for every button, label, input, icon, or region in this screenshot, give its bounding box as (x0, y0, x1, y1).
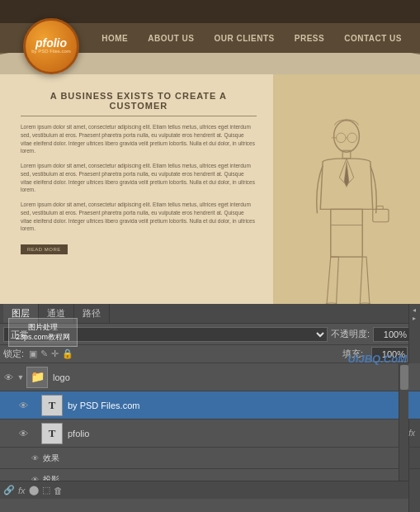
nav-press[interactable]: PRESS (285, 34, 334, 43)
content-left: A BUSINESS EXISTS TO CREATE A CUSTOMER L… (0, 74, 273, 306)
layer-name-pfolio: pfolio (68, 429, 408, 439)
scroll-thumb (400, 365, 408, 390)
lock-paint-icon[interactable]: ✎ (40, 348, 48, 359)
expand-icon[interactable]: ▼ (15, 372, 26, 383)
fx-icon: fx (408, 429, 415, 438)
ribbon-top (0, 0, 420, 23)
person-illustration (273, 66, 420, 306)
lock-label: 锁定: (3, 348, 24, 360)
nav-about[interactable]: ABOUT US (138, 34, 204, 43)
layer-by-psd[interactable]: 👁 T by PSD Files.com (0, 391, 420, 420)
read-more-button[interactable]: READ MORE (21, 244, 68, 254)
layer-name-by-psd: by PSD Files.com (68, 401, 418, 410)
logo-main-text: pfolio (35, 37, 67, 49)
watermark-line1: 图片处理 (16, 322, 70, 333)
person-svg (301, 114, 392, 306)
fx-bottom-icon[interactable]: fx (18, 486, 26, 495)
eye-icon[interactable]: 👁 (2, 371, 15, 384)
layers-scrollbar[interactable] (399, 363, 408, 481)
lock-all-icon[interactable]: 🔒 (62, 348, 73, 359)
link-icon[interactable]: 🔗 (3, 485, 15, 495)
nav-menu: HOME ABOUT US OUR CLIENTS PRESS CONTACT … (92, 34, 412, 43)
layers-panel: 👁 ▼ 📁 logo 👁 T by PSD Files.com 👁 T pfol… (0, 363, 420, 481)
eye-icon[interactable]: 👁 (30, 452, 40, 465)
opacity-input[interactable] (373, 327, 409, 342)
watermark-line2: 23ps.com教程网 (16, 332, 70, 343)
layer-name-effect: 效果 (43, 453, 418, 464)
ps-arrows: ◂ ▸ (408, 304, 420, 322)
content-area: A BUSINESS EXISTS TO CREATE A CUSTOMER L… (0, 74, 420, 306)
content-para-1: Lorem ipsum dolor sit amet, consectetur … (21, 123, 257, 155)
svg-point-0 (334, 121, 360, 152)
eye-icon[interactable]: 👁 (30, 473, 40, 481)
website-preview: pfolio by PSD Files.com HOME ABOUT US OU… (0, 0, 420, 306)
watermark-box: 图片处理 23ps.com教程网 (8, 318, 78, 347)
arrow-up-icon[interactable]: ◂ (413, 307, 416, 314)
opacity-label: 不透明度: (331, 328, 370, 340)
circle-icon[interactable]: ⬤ (29, 485, 39, 495)
ps-bottom-row: 🔗 fx ⬤ ⬚ 🗑 (0, 481, 420, 499)
tab-paths[interactable]: 路径 (74, 304, 110, 323)
content-heading: A BUSINESS EXISTS TO CREATE A CUSTOMER (21, 91, 257, 116)
lock-icons: ▣ ✎ ✛ 🔒 (29, 348, 73, 359)
layer-thumb-text: T (41, 423, 63, 444)
content-para-2: Lorem ipsum dolor sit amet, consectetur … (21, 162, 257, 194)
content-para-3: Lorem ipsum dolor sit amet, consectetur … (21, 201, 257, 233)
svg-point-8 (347, 133, 357, 143)
uijbq-watermark: UiJBQ.CoM (348, 353, 408, 365)
logo-sub-text: by PSD Files.com (31, 49, 71, 55)
layer-pfolio[interactable]: 👁 T pfolio fx (0, 420, 420, 448)
layer-logo-group[interactable]: 👁 ▼ 📁 logo (0, 363, 420, 391)
layer-shadow[interactable]: 👁 投影 (0, 469, 420, 481)
layer-name-shadow: 投影 (43, 474, 418, 481)
svg-rect-2 (373, 209, 389, 221)
lock-move-icon[interactable]: ✛ (51, 348, 59, 359)
layer-thumb-folder: 📁 (26, 367, 48, 388)
nav-clients[interactable]: OUR CLIENTS (205, 34, 285, 43)
arrow-down-icon[interactable]: ▸ (413, 315, 416, 322)
trash-icon[interactable]: 🗑 (54, 486, 63, 495)
svg-point-7 (336, 133, 346, 143)
eye-icon[interactable]: 👁 (17, 399, 30, 412)
logo[interactable]: pfolio by PSD Files.com (23, 18, 79, 74)
expand-spacer (30, 400, 41, 411)
layer-name-logo: logo (53, 372, 418, 382)
expand-spacer (30, 428, 41, 439)
lock-transparent-icon[interactable]: ▣ (29, 348, 37, 359)
nav-home[interactable]: HOME (92, 34, 138, 43)
nav-contact[interactable]: CONTACT US (334, 34, 412, 43)
eye-icon[interactable]: 👁 (17, 427, 30, 440)
new-layer-icon[interactable]: ⬚ (42, 485, 50, 495)
layer-effect[interactable]: 👁 效果 (0, 448, 420, 469)
svg-rect-3 (331, 209, 362, 257)
layer-thumb-text: T (41, 395, 63, 416)
